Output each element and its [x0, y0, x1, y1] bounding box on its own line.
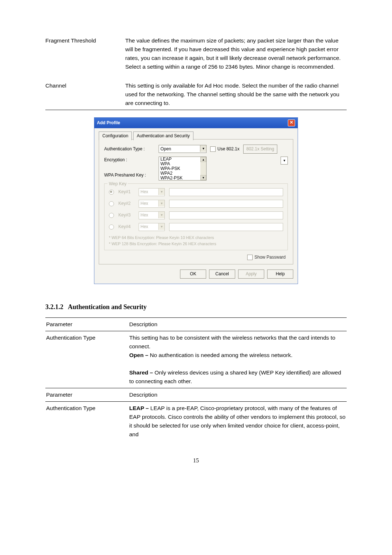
section-number: 3.2.1.2 [45, 303, 64, 311]
wep-key4-format-select[interactable]: Hex▾ [139, 223, 165, 231]
wep-key1-radio[interactable] [109, 190, 114, 195]
col-description: Description [128, 388, 347, 401]
show-password-label: Show Passward [254, 254, 286, 261]
wep-key-row: Key#4 Hex▾ [109, 223, 283, 231]
format-value: Hex [139, 223, 148, 230]
param-desc: LEAP – LEAP is a pre-EAP, Cisco-propriet… [128, 402, 347, 441]
param-desc: This setting is only available for Ad Ho… [125, 81, 347, 108]
dialog-tabs: Configuration Authentication and Securit… [99, 131, 293, 139]
auth-type-row: Authentication Type : Open ▾ Use 802.1x … [104, 145, 288, 154]
chevron-down-icon[interactable]: ▾ [200, 145, 206, 152]
auth-type-value: Open [159, 146, 171, 153]
open-label: Open – [129, 352, 148, 358]
param-desc: The value defines the maximum size of pa… [125, 36, 347, 71]
col-parameter: Parameter [45, 317, 128, 331]
wep-key4-input[interactable] [169, 223, 283, 231]
dialog-title: Add Profile [97, 119, 120, 126]
wep-key-row: Key#1 Hex▾ [109, 188, 283, 196]
open-text: No authentication is needed among the wi… [148, 352, 293, 358]
tab-configuration[interactable]: Configuration [99, 131, 132, 140]
show-password-row: Show Passward [104, 254, 286, 261]
shared-text: Only wireless devices using a shared key… [129, 369, 341, 384]
auth-type-listbox[interactable]: LEAP WPA WPA-PSK WPA2 WPA2-PSK ▴ ▾ [159, 157, 207, 181]
encryption-row: Encryption : WPA Preshared Key : LEAP WP… [104, 157, 288, 181]
chevron-down-icon: ▾ [158, 212, 164, 218]
wep-key1-input[interactable] [169, 188, 283, 196]
param-label: Channel [45, 81, 125, 108]
param-label: Fragment Threshold [45, 36, 125, 71]
wep-key-label: Key#3 [118, 212, 134, 219]
list-item[interactable]: WPA-PSK [159, 166, 206, 171]
wep-key-label: Key#1 [118, 189, 134, 195]
add-profile-dialog: Add Profile ✕ Configuration Authenticati… [94, 117, 298, 284]
table-header-row: Parameter Description [45, 317, 347, 331]
format-value: Hex [139, 200, 148, 207]
parameter-table: Parameter Description Authentication Typ… [45, 317, 347, 441]
wep-key2-input[interactable] [169, 200, 283, 208]
param-row-channel: Channel This setting is only available f… [45, 81, 347, 108]
close-icon[interactable]: ✕ [288, 119, 295, 126]
scroll-down-icon[interactable]: ▾ [200, 175, 206, 180]
encryption-label: Encryption : [104, 157, 155, 163]
section-title: Authentication and Security [68, 303, 147, 311]
section-heading: 3.2.1.2 Authentication and Security [45, 302, 347, 312]
checkbox-box [210, 146, 216, 152]
list-item[interactable]: LEAP [159, 157, 206, 162]
help-button[interactable]: Help [267, 270, 293, 279]
show-password-checkbox[interactable]: Show Passward [247, 254, 286, 261]
param-row-fragment-threshold: Fragment Threshold The value defines the… [45, 36, 347, 71]
dialog-panel: Authentication Type : Open ▾ Use 802.1x … [99, 139, 293, 264]
scrollbar[interactable]: ▴ ▾ [200, 157, 206, 180]
table-row: Authentication Type This setting has to … [45, 331, 347, 388]
leap-label: LEAP – [129, 405, 149, 411]
dialog-button-row: OK Cancel Apply Help [99, 270, 293, 279]
encryption-select[interactable]: ▾ [281, 157, 288, 165]
wep-hint-128: * WEP 128 Bits Encryption: Please Keyin … [109, 241, 283, 247]
wep-key3-radio[interactable] [109, 213, 114, 218]
col-parameter: Parameter [45, 388, 128, 401]
param-name: Authentication Type [45, 331, 128, 388]
table-row: Authentication Type LEAP – LEAP is a pre… [45, 402, 347, 441]
page-number: 15 [45, 456, 347, 465]
wep-key-row: Key#3 Hex▾ [109, 211, 283, 219]
ok-button[interactable]: OK [180, 270, 206, 279]
param-desc: This setting has to be consistent with t… [128, 331, 347, 388]
leap-text: LEAP is a pre-EAP, Cisco-proprietary pro… [129, 405, 346, 437]
wep-key-label: Key#2 [118, 200, 134, 207]
list-item[interactable]: WPA2-PSK [159, 176, 206, 181]
format-value: Hex [139, 212, 148, 219]
list-item[interactable]: WPA [159, 162, 206, 166]
scroll-up-icon[interactable]: ▴ [200, 157, 206, 162]
tab-authentication-security[interactable]: Authentication and Security [133, 131, 193, 140]
wep-key1-format-select[interactable]: Hex▾ [139, 188, 165, 196]
wep-key-legend: Wep Key [107, 181, 128, 187]
divider [45, 110, 347, 110]
apply-button[interactable]: Apply [238, 270, 264, 279]
list-item[interactable]: WPA2 [159, 171, 206, 176]
format-value: Hex [139, 189, 148, 195]
auth-type-label: Authentication Type : [104, 146, 155, 153]
wep-key2-radio[interactable] [109, 201, 114, 206]
use-8021x-label: Use 802.1x [217, 146, 240, 153]
chevron-down-icon: ▾ [158, 223, 164, 230]
chevron-down-icon: ▾ [158, 189, 164, 195]
wep-key3-format-select[interactable]: Hex▾ [139, 211, 165, 219]
wep-key-row: Key#2 Hex▾ [109, 200, 283, 208]
wep-key-fieldset: Wep Key Key#1 Hex▾ Key#2 Hex▾ Key#3 Hex [104, 183, 288, 250]
dialog-titlebar: Add Profile ✕ [94, 118, 298, 128]
8021x-setting-button[interactable]: 802.1x Setting [243, 145, 278, 154]
wpa-preshared-key-label: WPA Preshared Key : [104, 172, 155, 179]
use-8021x-checkbox[interactable]: Use 802.1x [210, 146, 240, 153]
cancel-button[interactable]: Cancel [209, 270, 235, 279]
desc-text: This setting has to be consistent with t… [129, 335, 335, 349]
wep-key3-input[interactable] [169, 211, 283, 219]
wep-hint-64: * WEP 64 Bits Encryption: Please Keyin 1… [109, 235, 283, 241]
wep-key4-radio[interactable] [109, 224, 114, 230]
chevron-down-icon: ▾ [158, 200, 164, 207]
checkbox-box [247, 255, 253, 260]
wep-key-label: Key#4 [118, 223, 134, 230]
auth-type-select[interactable]: Open ▾ [159, 145, 207, 153]
table-header-row: Parameter Description [45, 388, 347, 401]
wep-key2-format-select[interactable]: Hex▾ [139, 200, 165, 208]
shared-label: Shared – [129, 369, 153, 376]
